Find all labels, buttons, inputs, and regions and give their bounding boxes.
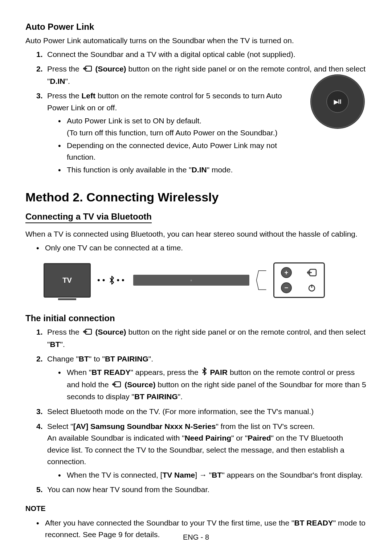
- apl-bullet-1: Auto Power Link is set to ON by default.…: [58, 115, 301, 139]
- ic-step4-bullets: When the TV is connected, [TV Name] → "B…: [47, 469, 367, 481]
- note-label: NOTE: [25, 504, 367, 513]
- ic-step2: Change "BT" to "BT PAIRING". When "BT RE…: [36, 353, 367, 403]
- source-panel-icon: [306, 267, 317, 278]
- apl-step1: Connect the Soundbar and a TV with a dig…: [36, 49, 367, 61]
- method2-subheading-wrap: Connecting a TV via Bluetooth: [25, 212, 367, 228]
- play-pause-icon: ▶II: [334, 99, 342, 105]
- apl-step3-bullets: Auto Power Link is set to ON by default.…: [47, 115, 301, 176]
- apl-title: Auto Power Link: [25, 22, 367, 32]
- method2-bullets: Only one TV can be connected at a time.: [25, 242, 367, 254]
- source-icon: [83, 64, 92, 75]
- ic-step2-bullets: When "BT READY" appears, press the PAIR …: [47, 367, 367, 403]
- volume-up-icon: +: [281, 267, 292, 278]
- bracket-icon: [256, 264, 267, 297]
- method2-bullet1: Only one TV can be connected at a time.: [36, 242, 367, 254]
- ic-step2-bullet1: When "BT READY" appears, press the PAIR …: [58, 367, 367, 403]
- volume-down-icon: −: [281, 282, 292, 293]
- ic-step4-bullet1: When the TV is connected, [TV Name] → "B…: [58, 469, 367, 481]
- ic-step5: You can now hear TV sound from the Sound…: [36, 484, 367, 496]
- initial-connection-steps: Press the (Source) button on the right s…: [25, 326, 367, 496]
- bluetooth-icon: [202, 367, 207, 379]
- bluetooth-signal-icon: •• ••: [97, 275, 127, 285]
- source-icon: [83, 327, 92, 339]
- apl-bullet-3: This function is only available in the "…: [58, 164, 301, 176]
- apl-intro: Auto Power Link automatically turns on t…: [25, 35, 367, 46]
- page-footer: ENG - 8: [183, 533, 209, 541]
- power-icon: [306, 282, 317, 293]
- ic-step4: Select "[AV] Samsung Soundbar Nxxx N-Ser…: [36, 421, 367, 481]
- initial-connection-title: The initial connection: [25, 313, 367, 323]
- method2-subheading: Connecting a TV via Bluetooth: [25, 212, 152, 223]
- ic-step3: Select Bluetooth mode on the TV. (For mo…: [36, 406, 367, 418]
- tv-illustration: TV: [44, 263, 91, 298]
- ic-step1: Press the (Source) button on the right s…: [36, 326, 367, 350]
- apl-bullet-2: Depending on the connected device, Auto …: [58, 140, 301, 163]
- soundbar-illustration: [133, 275, 249, 286]
- control-dial-illustration: ▶II: [309, 73, 367, 132]
- method2-heading: Method 2. Connecting Wirelessly: [25, 190, 367, 204]
- source-icon: [112, 379, 121, 391]
- method2-intro: When a TV is connected using Bluetooth, …: [25, 228, 367, 240]
- remote-panel-illustration: + −: [273, 262, 325, 298]
- bluetooth-diagram: TV •• •• + −: [25, 256, 367, 307]
